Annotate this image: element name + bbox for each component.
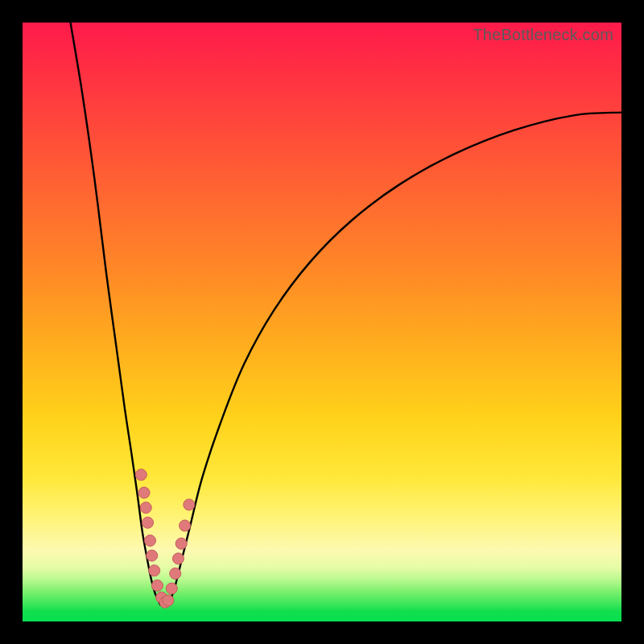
data-dot — [166, 583, 177, 594]
data-dot — [180, 520, 191, 531]
data-dot — [135, 469, 147, 481]
curve-layer — [23, 23, 621, 621]
data-dot — [175, 538, 187, 549]
data-dot — [140, 502, 151, 514]
dots-right-branch — [163, 499, 195, 606]
plot-area: TheBottleneck.com — [23, 23, 621, 621]
data-dot — [144, 535, 155, 547]
dots-left-branch — [135, 469, 171, 608]
data-dot — [163, 595, 174, 606]
data-dot — [184, 499, 195, 510]
data-dot — [151, 580, 163, 591]
data-dot — [138, 487, 150, 498]
chart-frame: TheBottleneck.com — [0, 0, 644, 644]
data-dot — [149, 565, 160, 576]
data-dot — [147, 550, 158, 561]
data-dot — [172, 553, 184, 564]
curve-right-branch — [169, 113, 621, 604]
data-dot — [142, 517, 154, 528]
data-dot — [170, 568, 181, 579]
